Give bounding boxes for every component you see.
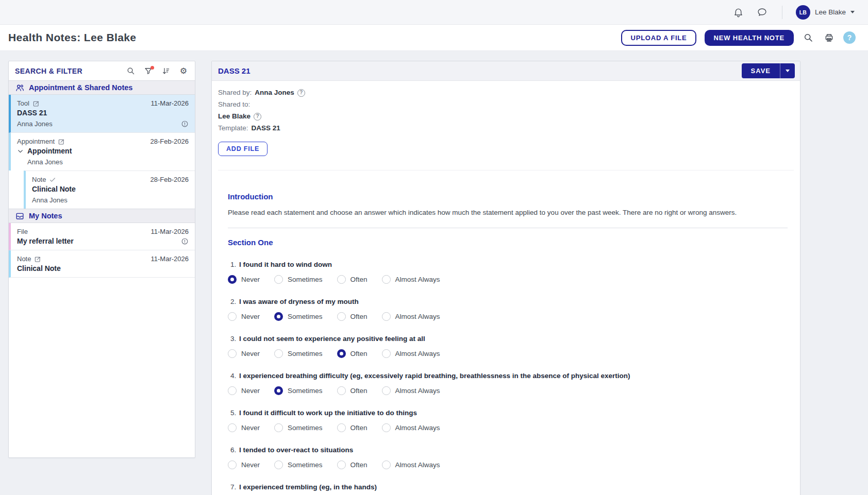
settings-icon[interactable]: ⚙ <box>178 66 189 76</box>
radio-option[interactable]: Almost Always <box>382 423 440 432</box>
radio-option[interactable]: Often <box>337 460 368 469</box>
radio-button[interactable] <box>274 349 283 358</box>
radio-button[interactable] <box>228 275 237 284</box>
save-button[interactable]: SAVE <box>742 63 780 78</box>
radio-label: Sometimes <box>288 350 323 357</box>
caret-down-icon <box>786 70 790 72</box>
radio-button[interactable] <box>337 349 346 358</box>
template-label: Template: <box>218 124 248 133</box>
radio-button[interactable] <box>274 312 283 321</box>
shared-notes-icon <box>15 83 25 93</box>
question-text: I experienced breathing difficulty (eg, … <box>239 372 630 380</box>
radio-option[interactable]: Sometimes <box>274 275 323 284</box>
radio-button[interactable] <box>274 460 283 469</box>
search-icon[interactable] <box>802 31 814 44</box>
radio-option[interactable]: Often <box>337 312 368 321</box>
radio-button[interactable] <box>382 349 391 358</box>
item-author: Anna Jones <box>32 196 68 204</box>
upload-file-button[interactable]: UPLOAD A FILE <box>621 30 696 46</box>
item-type: Note <box>17 255 31 263</box>
question: 6. I tended to over-react to situations … <box>228 446 788 469</box>
info-icon[interactable] <box>181 120 189 128</box>
radio-option[interactable]: Never <box>228 386 260 395</box>
radio-label: Sometimes <box>288 313 323 320</box>
item-title-text: Appointment <box>27 147 72 155</box>
print-icon[interactable] <box>823 31 835 44</box>
radio-label: Almost Always <box>395 276 440 283</box>
radio-option[interactable]: Almost Always <box>382 349 440 358</box>
radio-button[interactable] <box>337 312 346 321</box>
radio-button[interactable] <box>228 423 237 432</box>
notifications-icon[interactable] <box>732 6 745 19</box>
radio-option[interactable]: Sometimes <box>274 386 323 395</box>
question-options: NeverSometimesOftenAlmost Always <box>228 386 788 395</box>
radio-option[interactable]: Almost Always <box>382 460 440 469</box>
radio-option[interactable]: Never <box>228 460 260 469</box>
radio-button[interactable] <box>382 423 391 432</box>
search-icon[interactable] <box>126 66 136 76</box>
add-file-button[interactable]: ADD FILE <box>218 142 268 156</box>
radio-button[interactable] <box>228 312 237 321</box>
note-panel-header: DASS 21 SAVE <box>212 61 800 81</box>
radio-option[interactable]: Almost Always <box>382 386 440 395</box>
radio-button[interactable] <box>337 275 346 284</box>
page-header: Health Notes: Lee Blake UPLOAD A FILE NE… <box>0 25 868 51</box>
help-icon[interactable]: ? <box>843 31 856 44</box>
radio-option[interactable]: Never <box>228 275 260 284</box>
sidebar-title: SEARCH & FILTER <box>15 67 82 75</box>
radio-option[interactable]: Never <box>228 349 260 358</box>
radio-option[interactable]: Never <box>228 423 260 432</box>
question-number: 6. <box>230 446 239 454</box>
radio-button[interactable] <box>274 423 283 432</box>
item-date: 28-Feb-2026 <box>151 176 189 183</box>
question-circle-icon[interactable]: ? <box>254 113 261 121</box>
radio-button[interactable] <box>228 460 237 469</box>
question-circle-icon[interactable]: ? <box>297 89 305 97</box>
note-item-appointment[interactable]: Appointment 28-Feb-2026 Appointment Anna… <box>9 133 195 170</box>
section-appointment-shared-notes[interactable]: Appointment & Shared Notes <box>9 80 195 95</box>
radio-option[interactable]: Often <box>337 386 368 395</box>
info-icon[interactable] <box>181 237 189 245</box>
save-dropdown-button[interactable] <box>780 63 795 78</box>
radio-button[interactable] <box>337 423 346 432</box>
radio-label: Almost Always <box>395 461 440 469</box>
radio-button[interactable] <box>382 460 391 469</box>
radio-button[interactable] <box>274 386 283 395</box>
note-item-clinical-note[interactable]: Note 11-Mar-2026 Clinical Note <box>9 250 195 278</box>
radio-option[interactable]: Never <box>228 312 260 321</box>
messages-icon[interactable] <box>756 6 769 19</box>
radio-option[interactable]: Often <box>337 349 368 358</box>
radio-option[interactable]: Sometimes <box>274 423 323 432</box>
radio-option[interactable]: Sometimes <box>274 460 323 469</box>
radio-button[interactable] <box>337 460 346 469</box>
chevron-down-icon[interactable] <box>17 148 24 155</box>
radio-button[interactable] <box>274 275 283 284</box>
note-item-referral-letter[interactable]: File 11-Mar-2026 My referral letter <box>9 223 195 250</box>
item-type: Tool <box>17 99 29 107</box>
radio-option[interactable]: Almost Always <box>382 275 440 284</box>
filter-badge <box>151 66 154 70</box>
user-menu[interactable]: LB Lee Blake <box>796 5 855 20</box>
filter-icon[interactable] <box>143 66 154 76</box>
radio-button[interactable] <box>382 386 391 395</box>
edit-icon <box>32 100 40 107</box>
sort-icon[interactable] <box>161 66 171 76</box>
radio-label: Sometimes <box>288 276 323 283</box>
note-item-clinical-note-nested[interactable]: Note 28-Feb-2026 Clinical Note Anna Jone… <box>24 170 195 209</box>
new-health-note-button[interactable]: NEW HEALTH NOTE <box>705 30 794 46</box>
shared-by-value: Anna Jones <box>255 88 294 97</box>
radio-button[interactable] <box>382 275 391 284</box>
radio-option[interactable]: Almost Always <box>382 312 440 321</box>
radio-option[interactable]: Sometimes <box>274 349 323 358</box>
radio-option[interactable]: Often <box>337 423 368 432</box>
radio-option[interactable]: Sometimes <box>274 312 323 321</box>
radio-button[interactable] <box>228 386 237 395</box>
radio-button[interactable] <box>228 349 237 358</box>
section-my-notes[interactable]: My Notes <box>9 209 195 223</box>
radio-label: Often <box>350 461 368 469</box>
radio-button[interactable] <box>382 312 391 321</box>
section-heading: Section One <box>228 238 788 247</box>
note-item-dass21[interactable]: Tool 11-Mar-2026 DASS 21 Anna Jones <box>9 95 195 133</box>
radio-button[interactable] <box>337 386 346 395</box>
radio-option[interactable]: Often <box>337 275 368 284</box>
